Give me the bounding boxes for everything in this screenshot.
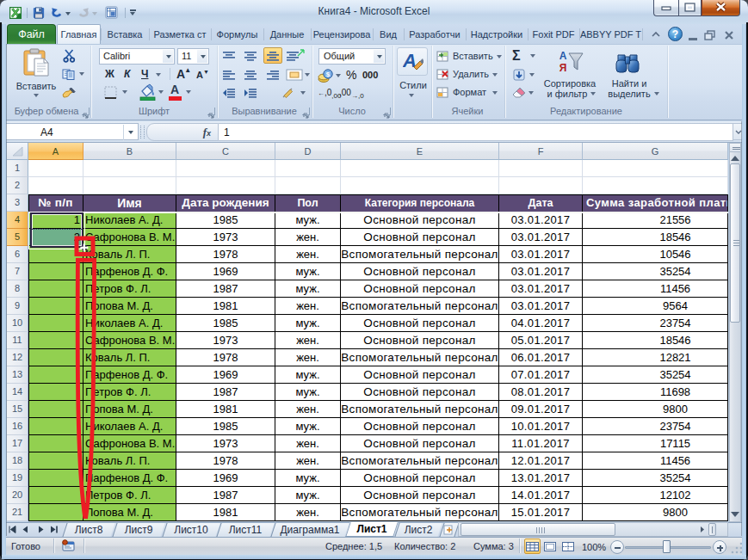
svg-text:Я: Я [559, 62, 567, 74]
svg-text:А: А [559, 50, 567, 62]
svg-text:$: $ [326, 71, 331, 78]
